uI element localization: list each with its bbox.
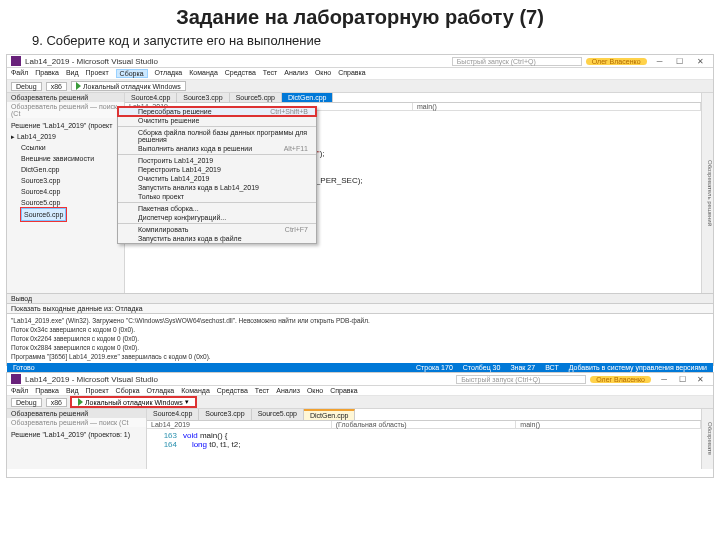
- status-ready: Готово: [13, 364, 35, 371]
- vs-logo-icon: [11, 56, 21, 66]
- menu-item[interactable]: Только проект: [118, 192, 316, 201]
- quick-launch-input[interactable]: Быстрый запуск (Ctrl+Q): [456, 375, 586, 384]
- menu-Сборка[interactable]: Сборка: [116, 387, 140, 394]
- close-icon[interactable]: ✕: [691, 57, 709, 66]
- tree-item[interactable]: Внешние зависимости: [11, 153, 120, 164]
- menu-Окно[interactable]: Окно: [315, 69, 331, 78]
- right-sidebar[interactable]: Обозреватель решений: [701, 93, 713, 293]
- output-source[interactable]: Показать выходные данные из: Отладка: [7, 304, 713, 314]
- editor-tab[interactable]: Source5.cpp: [252, 409, 304, 420]
- editor-tab[interactable]: DictGen.cpp: [282, 93, 334, 102]
- slide-title: Задание на лабораторную работу (7): [0, 0, 720, 31]
- menu-Сборка[interactable]: Сборка: [116, 69, 148, 78]
- minimize-icon[interactable]: ─: [651, 57, 669, 66]
- editor-tabs: Source4.cppSource3.cppSource5.cppDictGen…: [147, 409, 701, 421]
- editor-tab[interactable]: Source3.cpp: [177, 93, 229, 102]
- user-badge[interactable]: Олег Власенко: [590, 376, 651, 383]
- menu-item[interactable]: Запустить анализ кода в файле: [118, 234, 316, 243]
- tree-item[interactable]: Решение "Lab14_2019" (проектов: 1): [11, 431, 130, 438]
- menu-Тест[interactable]: Тест: [263, 69, 277, 78]
- tree-item[interactable]: ▸ Lab14_2019: [11, 131, 120, 142]
- menu-Отладка[interactable]: Отладка: [155, 69, 183, 78]
- play-icon: [78, 398, 83, 406]
- menu-Средства[interactable]: Средства: [217, 387, 248, 394]
- menu-Отладка[interactable]: Отладка: [147, 387, 175, 394]
- menu-Файл[interactable]: Файл: [11, 387, 28, 394]
- screenshot-1: Lab14_2019 - Microsoft Visual Studio Быс…: [6, 54, 714, 366]
- close-icon[interactable]: ✕: [691, 375, 709, 384]
- tree-item[interactable]: Решение "Lab14_2019" (проект: [11, 120, 120, 131]
- scope-func[interactable]: main(): [413, 103, 701, 110]
- menu-Анализ[interactable]: Анализ: [276, 387, 300, 394]
- platform-dropdown[interactable]: x86: [46, 82, 67, 91]
- status-char: Знак 27: [510, 364, 535, 371]
- code-editor[interactable]: 163void main() {164 long t0, t1, t2;: [147, 429, 701, 451]
- menu-item[interactable]: Перестроить Lab14_2019: [118, 165, 316, 174]
- toolbar: Debug x86 Локальный отладчик Windows ▾ Л…: [7, 396, 713, 409]
- vs-logo-icon: [11, 374, 21, 384]
- editor-tab[interactable]: Source5.cpp: [230, 93, 282, 102]
- config-dropdown[interactable]: Debug: [11, 82, 42, 91]
- screenshot-2: Lab14_2019 - Microsoft Visual Studio Быс…: [6, 372, 714, 478]
- right-sidebar[interactable]: Обозревате: [701, 409, 713, 469]
- tree-item[interactable]: Source3.cpp: [11, 175, 120, 186]
- editor-tab[interactable]: DictGen.cpp: [304, 409, 356, 420]
- menu-bar: ФайлПравкаВидПроектСборкаОтладкаКомандаС…: [7, 68, 713, 80]
- menu-item[interactable]: Диспетчер конфигураций...: [118, 213, 316, 222]
- menu-item[interactable]: Очистить решение: [118, 116, 316, 125]
- menu-Вид[interactable]: Вид: [66, 387, 79, 394]
- status-line: Строка 170: [416, 364, 453, 371]
- editor-tabs: Source4.cppSource3.cppSource5.cppDictGen…: [125, 93, 701, 103]
- menu-Команда[interactable]: Команда: [189, 69, 218, 78]
- config-dropdown[interactable]: Debug: [11, 398, 42, 407]
- quick-launch-input[interactable]: Быстрый запуск (Ctrl+Q): [452, 57, 582, 66]
- menu-item[interactable]: Пакетная сборка...: [118, 204, 316, 213]
- editor-tab[interactable]: Source4.cpp: [147, 409, 199, 420]
- menu-Файл[interactable]: Файл: [11, 69, 28, 78]
- explorer-search[interactable]: Обозреватель решений — поиск (Ct: [7, 418, 146, 427]
- menu-item[interactable]: Построить Lab14_2019: [118, 156, 316, 165]
- status-git[interactable]: Добавить в систему управления версиями: [569, 364, 707, 371]
- start-debug-button[interactable]: Локальный отладчик Windows ▾: [71, 397, 196, 407]
- menu-Справка[interactable]: Справка: [330, 387, 357, 394]
- output-tab[interactable]: Вывод: [7, 294, 713, 304]
- user-badge[interactable]: Олег Власенко: [586, 58, 647, 65]
- platform-dropdown[interactable]: x86: [46, 398, 67, 407]
- menu-item[interactable]: Сборка файла полной базы данных программ…: [118, 128, 316, 144]
- panel-header: Обозреватель решений: [7, 93, 124, 102]
- window-title: Lab14_2019 - Microsoft Visual Studio: [25, 57, 158, 66]
- maximize-icon[interactable]: ☐: [671, 57, 689, 66]
- menu-item[interactable]: Выполнить анализ кода в решенииAlt+F11: [118, 144, 316, 153]
- menu-Проект[interactable]: Проект: [86, 387, 109, 394]
- tree-item[interactable]: DictGen.cpp: [11, 164, 120, 175]
- menu-item[interactable]: Очистить Lab14_2019: [118, 174, 316, 183]
- menu-Тест[interactable]: Тест: [255, 387, 269, 394]
- menu-item[interactable]: КомпилироватьCtrl+F7: [118, 225, 316, 234]
- menu-Команда[interactable]: Команда: [181, 387, 210, 394]
- scope-global[interactable]: (Глобальная область): [332, 421, 517, 428]
- tree-item[interactable]: Source5.cpp: [11, 197, 120, 208]
- minimize-icon[interactable]: ─: [655, 375, 673, 384]
- editor-tab[interactable]: Source3.cpp: [199, 409, 251, 420]
- menu-Вид[interactable]: Вид: [66, 69, 79, 78]
- menu-Анализ[interactable]: Анализ: [284, 69, 308, 78]
- tree-item[interactable]: Ссылки: [11, 142, 120, 153]
- status-bar: Готово Строка 170 Столбец 30 Знак 27 ВСТ…: [7, 363, 713, 372]
- scope-project[interactable]: Lab14_2019: [147, 421, 332, 428]
- editor-tab[interactable]: Source4.cpp: [125, 93, 177, 102]
- explorer-search[interactable]: Обозреватель решений — поиск (Ct: [7, 102, 124, 118]
- maximize-icon[interactable]: ☐: [673, 375, 691, 384]
- menu-Средства[interactable]: Средства: [225, 69, 256, 78]
- start-debug-button[interactable]: Локальный отладчик Windows: [71, 81, 186, 91]
- menu-Справка[interactable]: Справка: [338, 69, 365, 78]
- menu-Правка[interactable]: Правка: [35, 387, 59, 394]
- scope-func[interactable]: main(): [516, 421, 701, 428]
- tree-item[interactable]: Source6.cpp: [11, 208, 120, 221]
- menu-Правка[interactable]: Правка: [35, 69, 59, 78]
- menu-item[interactable]: Запустить анализ кода в Lab14_2019: [118, 183, 316, 192]
- tree-item[interactable]: Source4.cpp: [11, 186, 120, 197]
- menu-item[interactable]: Пересобрать решениеCtrl+Shift+B: [118, 107, 316, 116]
- menu-Проект[interactable]: Проект: [86, 69, 109, 78]
- solution-explorer: Обозреватель решений Обозреватель решени…: [7, 409, 147, 469]
- menu-Окно[interactable]: Окно: [307, 387, 323, 394]
